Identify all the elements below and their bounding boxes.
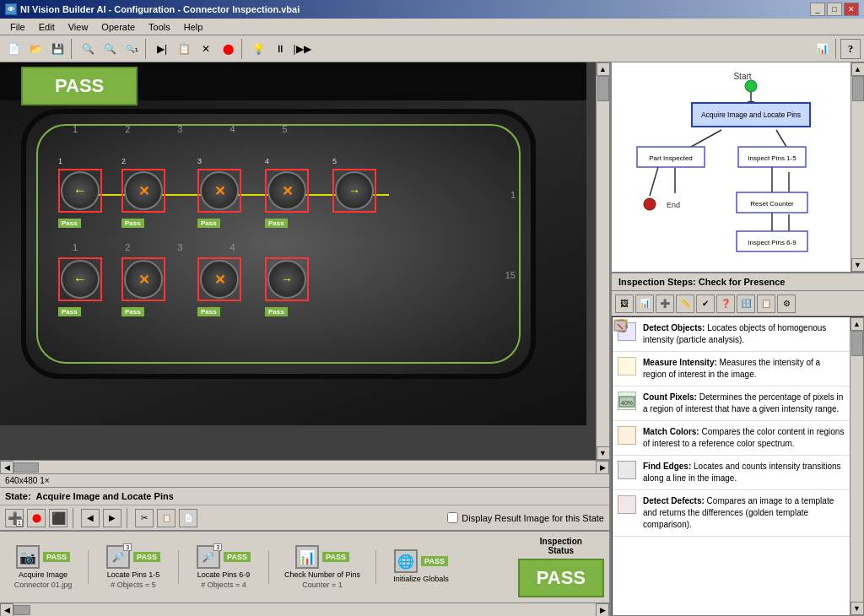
delete-button[interactable]: ✕ (196, 39, 216, 59)
flow-view-button[interactable]: 📊 (810, 37, 834, 61)
step-tool-7[interactable]: 🔢 (737, 294, 755, 313)
flow-diagram-area: Start Acquire Image and Locate Pins Part… (612, 62, 864, 273)
step-tool-9[interactable]: ⚙ (777, 294, 796, 313)
stop-state-button[interactable]: ⬛ (49, 509, 68, 527)
record-button[interactable]: ⬤ (27, 509, 46, 527)
image-status-bar: 640x480 1× (0, 473, 609, 487)
flow-scroll-up[interactable]: ▲ (851, 62, 865, 76)
copy-button[interactable]: 📋 (174, 39, 194, 59)
scroll-right-button[interactable]: ▶ (596, 461, 609, 474)
menu-operate[interactable]: Operate (94, 20, 142, 34)
pause-button[interactable]: ⏸ (270, 39, 290, 59)
maximize-button[interactable]: □ (827, 3, 842, 16)
window-title: NI Vision Builder AI - Configuration - C… (20, 4, 300, 14)
step-button[interactable]: |▶▶ (292, 39, 312, 59)
flow-hscroll-right[interactable]: ▶ (850, 273, 864, 273)
steps-scroll-up[interactable]: ▲ (850, 317, 864, 331)
flow-scroll-track[interactable] (851, 76, 864, 258)
flow-hscroll[interactable]: ◀ ▶ (612, 272, 864, 273)
scroll-track-h[interactable] (14, 461, 596, 473)
next-state-button[interactable]: ▶ (103, 509, 122, 527)
zoom-fit-button[interactable]: 🔍₁ (122, 39, 142, 59)
step-find-edges[interactable]: Find Edges: Locates and counts intensity… (613, 456, 850, 490)
help-button[interactable]: ? (840, 39, 861, 59)
step-tool-2[interactable]: 📊 (635, 294, 654, 313)
step-tool-6[interactable]: ❓ (716, 294, 735, 313)
step-match-colors[interactable]: ? Match Colors: Compares the color conte… (613, 421, 850, 456)
target-button[interactable]: 💡 (248, 39, 268, 59)
save-button[interactable]: 💾 (47, 39, 68, 59)
pin-2-2: ✕ Pass (122, 257, 165, 301)
step-tool-3[interactable]: ➕ (656, 294, 674, 313)
paste-button[interactable]: 📄 (179, 509, 197, 527)
flow-vscroll[interactable]: ▲ ▼ (850, 62, 864, 272)
bottom-scroll-track[interactable] (14, 603, 596, 616)
new-button[interactable]: 📄 (3, 39, 24, 59)
svg-text:Reset Counter: Reset Counter (750, 200, 794, 208)
step-divider-1 (88, 550, 89, 584)
step-tool-5[interactable]: ✔ (696, 294, 715, 313)
scroll-thumb-h[interactable] (14, 462, 39, 473)
bottom-scroll-thumb[interactable] (14, 605, 30, 615)
stop-button[interactable]: ⬤ (218, 39, 238, 59)
add-state-button[interactable]: ➕ 1 (5, 509, 24, 527)
count-pixels-text: Count Pixels: Determines the percentage … (643, 392, 845, 415)
pin-2-1: ← Pass (58, 257, 102, 301)
step-locate-6-9[interactable]: 🔎 3 PASS Locate Pins 6-9 # Objects = 4 (186, 545, 262, 589)
flow-scroll-thumb[interactable] (852, 76, 864, 101)
flow-hscroll-left[interactable]: ◀ (612, 273, 625, 273)
minimize-button[interactable]: _ (810, 3, 825, 16)
steps-scroll-thumb[interactable] (851, 331, 863, 356)
bottom-scroll-left[interactable]: ◀ (0, 603, 14, 617)
scroll-left-button[interactable]: ◀ (0, 461, 14, 474)
step-count-pixels[interactable]: 40% Count Pixels: Determines the percent… (613, 386, 850, 421)
step-locate-1-5-sub: # Objects = 5 (111, 581, 155, 589)
step-init-globals[interactable]: 🌐 PASS Initialize Globals (383, 549, 459, 585)
copy-state-button[interactable]: 📋 (157, 509, 176, 527)
step-locate-1-5-header: 🔎 3 PASS (106, 545, 160, 569)
svg-text:Part Inspected: Part Inspected (649, 154, 693, 162)
zoom-in-button[interactable]: 🔍 (78, 39, 98, 59)
open-button[interactable]: 📂 (25, 39, 46, 59)
image-vscroll[interactable]: ▲ ▼ (596, 62, 609, 460)
state-label: State: (5, 491, 31, 501)
step-detect-defects[interactable]: Detect Defects: Compares an image to a t… (613, 490, 850, 537)
scroll-track-v[interactable] (597, 76, 609, 446)
step-tool-8[interactable]: 📋 (757, 294, 775, 313)
step-locate-1-5[interactable]: 🔎 3 PASS Locate Pins 1-5 # Objects = 5 (95, 545, 171, 589)
step-acquire-image[interactable]: 📷 PASS Acquire Image Connector 01.jpg (5, 545, 81, 589)
step-tool-1[interactable]: 🖼 (615, 294, 634, 313)
menu-tools[interactable]: Tools (142, 20, 177, 34)
steps-vscroll[interactable]: ▲ ▼ (850, 317, 863, 615)
flow-hscroll-track[interactable] (625, 273, 850, 273)
bottom-hscroll[interactable]: ◀ ▶ (0, 602, 609, 616)
prev-state-button[interactable]: ◀ (81, 509, 100, 527)
steps-scroll-track[interactable] (850, 331, 863, 602)
menu-help[interactable]: Help (177, 20, 210, 34)
close-button[interactable]: ✕ (844, 3, 859, 16)
svg-text:End: End (667, 201, 680, 209)
display-result-checkbox[interactable] (447, 512, 458, 523)
menu-edit[interactable]: Edit (32, 20, 62, 34)
zoom-out-button[interactable]: 🔍 (100, 39, 120, 59)
match-colors-title: Match Colors: (643, 427, 699, 436)
steps-scroll-down[interactable]: ▼ (850, 602, 864, 615)
menu-view[interactable]: View (62, 20, 95, 34)
scroll-thumb-v[interactable] (597, 76, 609, 101)
run-button[interactable]: ▶| (152, 39, 172, 59)
state-sep-2 (127, 508, 130, 528)
step-acquire-name: Acquire Image (19, 570, 68, 579)
flow-canvas[interactable]: Start Acquire Image and Locate Pins Part… (612, 62, 850, 272)
step-measure-intensity[interactable]: Measure Intensity: Measures the intensit… (613, 352, 850, 386)
bottom-scroll-right[interactable]: ▶ (596, 603, 609, 617)
step-detect-objects[interactable]: 3 Detect Objects: Locates objects of hom… (613, 317, 850, 352)
scroll-down-button[interactable]: ▼ (597, 446, 610, 460)
menu-file[interactable]: File (3, 20, 32, 34)
pin-1-4: ✕ 4 Pass (265, 169, 309, 213)
image-hscroll[interactable]: ◀ ▶ (0, 460, 609, 473)
step-check-number[interactable]: 📊 PASS Check Number of Pins Counter = 1 (276, 545, 369, 589)
step-tool-4[interactable]: 📏 (676, 294, 694, 313)
scroll-up-button[interactable]: ▲ (597, 62, 610, 76)
flow-scroll-down[interactable]: ▼ (851, 258, 865, 272)
cut-button[interactable]: ✂ (135, 509, 154, 527)
